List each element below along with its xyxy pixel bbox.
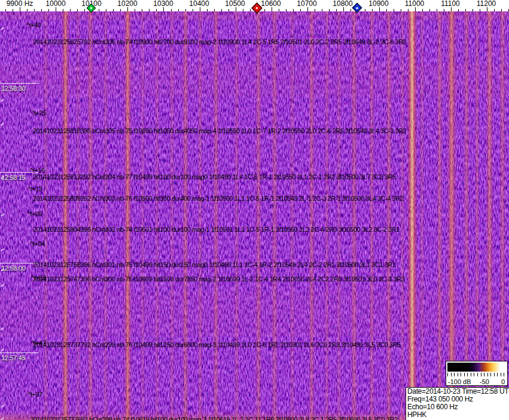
ruler-tick [13,9,13,11]
ruler-tick [372,9,373,11]
detection-log-line: 20141023125804396 hCnt302 nb-74 f10501 h… [33,226,400,233]
detection-log-line: 20141023125825792 hCnt306 nb-74 f10900 h… [33,38,406,45]
time-offset-label: ^t+04 [30,240,45,247]
spectrogram[interactable]: 12:58:3012:58:1512:58:0012:57:45 ^t+40^t… [0,11,509,420]
ruler-tick [264,9,265,11]
legend-tick [474,373,474,376]
ruler-tick [494,9,495,11]
ruler-tick [106,9,106,11]
sweep-tick [1,327,4,330]
ruler-tick [473,9,473,11]
ruler-tick [214,9,215,11]
ruler-tick [77,9,78,11]
ruler-tick [501,9,502,11]
ruler-tick [156,9,157,11]
ruler-tick [279,9,279,11]
blue-frequency-marker[interactable] [352,3,362,13]
ruler-tick [70,9,71,11]
legend-tick [464,373,465,376]
ruler-tick [322,9,322,11]
legend-label-mid: -50 [480,378,489,385]
legend-tick [490,373,491,376]
legend-tick [461,373,461,376]
time-offset-label: ^t+13 [28,185,42,192]
legend-tick [501,373,501,376]
ruler-tick [350,9,351,11]
ruler-tick [48,9,49,11]
detection-log-line: 20141023125747396 hCnt300 nb-75 f10699 h… [33,275,404,283]
time-tick-line [0,352,38,353]
ruler-tick [444,9,444,11]
legend-tick [451,373,452,376]
legend-tick [458,373,458,376]
ruler-tick [272,7,272,11]
ruler-tick [487,7,487,11]
legend-tick [484,373,484,376]
legend-label-max: 0 [501,378,505,385]
legend-tick [481,373,481,376]
time-label: 12:58:00 [1,265,25,272]
detection-log-line: 20141023125816396 hCnt305 nb-75 f10550 h… [33,127,406,134]
sweep-tick [1,213,4,216]
marker-center-dot [356,7,358,9]
ruler-tick [458,9,459,11]
ruler-tick [315,9,315,11]
frequency-ruler[interactable]: 9900 Hz100001010010200103001040010500106… [0,0,509,11]
ruler-tick [243,9,243,11]
ruler-tick [113,9,114,11]
ruler-tick [99,9,99,11]
ruler-tick [343,7,344,11]
color-gradient-bar [447,363,505,372]
annotation-overlay: 12:58:3012:58:1512:58:0012:57:45 ^t+40^t… [0,11,509,420]
ruler-tick [286,9,286,11]
ruler-tick [365,9,365,11]
ruler-tick [379,7,380,11]
sweep-tick [1,404,4,407]
ruler-tick [142,9,142,11]
sweep-tick [1,248,4,251]
time-tick-line [0,83,38,84]
ruler-label: 11100 [441,0,460,8]
legend-label-min: -100 dB [448,378,471,385]
ruler-tick [437,9,437,11]
ruler-tick [221,9,222,11]
ruler-tick [408,9,409,11]
ruler-tick [429,9,430,11]
legend-tick [494,373,495,376]
ruler-label: 11000 [405,0,424,8]
time-offset-label: ^t+37 [28,391,42,398]
time-offset-label: ^t+40 [26,22,41,29]
ruler-tick [127,7,128,11]
ruler-tick [120,9,121,11]
ruler-tick [329,9,330,11]
sweep-tick [1,417,4,420]
ruler-tick [422,9,423,11]
legend-tick [447,373,448,376]
sweep-tick [1,122,4,125]
ruler-tick [207,9,208,11]
ruler-tick [84,9,85,11]
legend-tick [487,373,488,376]
detection-log-line: 20141023125813292 hCnt304 nb-77 f10499 h… [33,173,396,180]
time-offset-label: ^t+09 [28,210,42,217]
ruler-tick [149,9,150,11]
ruler-tick [163,7,164,11]
detection-log-line: 20141023125758396 hCnt301 nb-75 f10499 h… [33,261,396,268]
ruler-tick [41,9,42,11]
ruler-tick [451,7,452,11]
ruler-tick [200,7,200,11]
ruler-tick [171,9,172,11]
ruler-label: 10900 [368,0,388,8]
ruler-tick [293,9,294,11]
ruler-tick [336,9,337,11]
ruler-tick [20,7,20,11]
marker-center-dot [90,7,92,9]
sweep-tick [1,27,4,30]
ruler-tick [386,9,387,11]
legend-tick [471,373,471,376]
detection-log-line: 20141023125737792 hCnt299 nb-76 f10499 h… [33,341,401,348]
ruler-tick [415,7,416,11]
ruler-tick [178,9,179,11]
info-station-id: HPHK [407,411,509,419]
legend-tick [504,373,504,376]
